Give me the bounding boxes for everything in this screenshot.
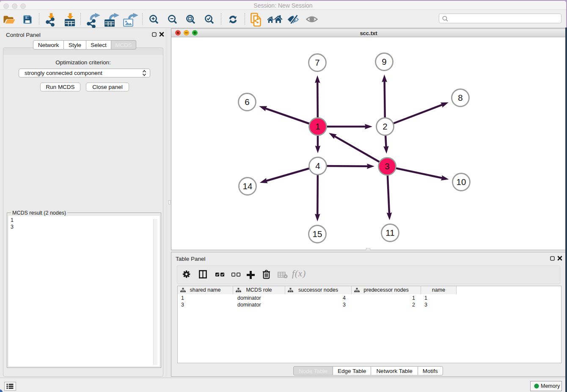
svg-text:9: 9	[382, 57, 386, 66]
svg-text:8: 8	[458, 93, 462, 102]
svg-text:1: 1	[315, 121, 320, 131]
svg-text:11: 11	[385, 228, 394, 237]
svg-text:4: 4	[315, 161, 320, 171]
svg-text:7: 7	[315, 58, 319, 67]
svg-text:10: 10	[457, 177, 466, 187]
svg-text:6: 6	[245, 97, 249, 107]
svg-text:14: 14	[243, 181, 253, 191]
svg-text:15: 15	[313, 229, 322, 239]
svg-text:2: 2	[383, 121, 387, 131]
svg-text:3: 3	[385, 161, 389, 171]
